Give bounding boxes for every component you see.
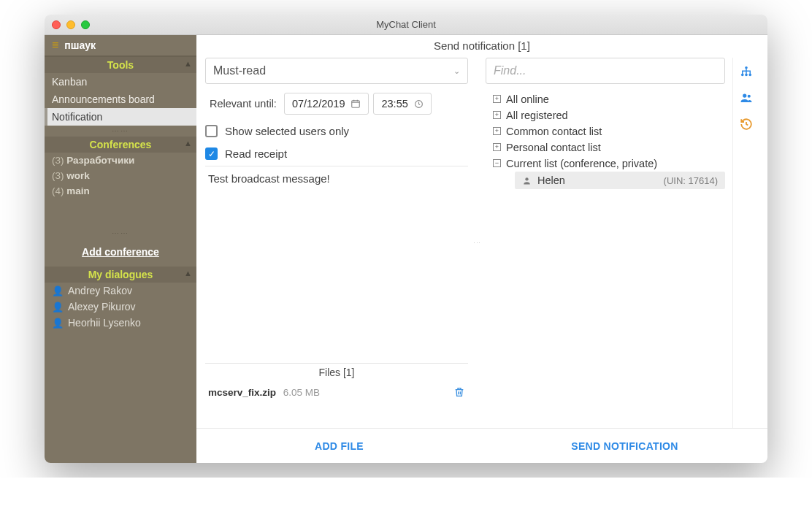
right-rail bbox=[732, 58, 759, 428]
file-name: mcserv_fix.zip bbox=[208, 387, 276, 398]
chevron-down-icon: ⌄ bbox=[453, 66, 460, 76]
delete-file-icon[interactable] bbox=[453, 386, 465, 399]
file-size: 6.05 MB bbox=[283, 387, 320, 398]
checkbox-checked-icon[interactable]: ✓ bbox=[205, 147, 218, 160]
person-icon bbox=[522, 176, 532, 185]
conference-item[interactable]: (4) main bbox=[45, 183, 196, 199]
expand-icon[interactable]: + bbox=[493, 95, 501, 103]
date-input[interactable]: 07/12/2019 bbox=[284, 93, 369, 115]
org-tree-icon[interactable] bbox=[740, 65, 753, 78]
priority-select[interactable]: Must-read ⌄ bbox=[205, 58, 468, 84]
clock-icon bbox=[414, 99, 424, 109]
svg-point-8 bbox=[747, 95, 750, 98]
chevron-up-icon: ▲ bbox=[184, 139, 192, 147]
tree-group[interactable]: + All registered bbox=[486, 107, 725, 123]
tree-group-expanded[interactable]: − Current list (conference, private) bbox=[486, 156, 725, 172]
expand-icon[interactable]: + bbox=[493, 127, 501, 135]
expand-icon[interactable]: + bbox=[493, 111, 501, 119]
message-textarea[interactable]: Test broadcast message! bbox=[205, 166, 468, 364]
svg-point-6 bbox=[748, 74, 751, 77]
tree-group[interactable]: + All online bbox=[486, 91, 725, 107]
svg-point-5 bbox=[745, 74, 748, 77]
sidebar-item-notification[interactable]: Notification bbox=[45, 108, 196, 126]
svg-point-4 bbox=[740, 74, 743, 77]
time-input[interactable]: 23:55 bbox=[373, 93, 431, 115]
dialogue-item[interactable]: 👤 Andrey Rakov bbox=[45, 283, 196, 299]
dialogue-item[interactable]: 👤 Alexey Pikurov bbox=[45, 299, 196, 315]
titlebar: MyChat Client bbox=[45, 15, 767, 35]
history-icon[interactable] bbox=[740, 118, 753, 131]
app-window: MyChat Client ≡ пшаук Tools ▲ Kanban Ann… bbox=[45, 15, 767, 463]
sidebar-item-announcements[interactable]: Announcements board bbox=[45, 91, 196, 108]
footer-actions: ADD FILE SEND NOTIFICATION bbox=[196, 428, 767, 463]
person-icon: 👤 bbox=[52, 302, 64, 313]
relevant-until-row: Relevant until: 07/12/2019 23:55 bbox=[205, 93, 468, 115]
expand-icon[interactable]: + bbox=[493, 143, 501, 151]
recipient-item[interactable]: Helen (UIN: 17614) bbox=[515, 172, 725, 189]
read-receipt-checkbox-row[interactable]: ✓ Read receipt bbox=[205, 147, 468, 160]
relevant-until-label: Relevant until: bbox=[210, 98, 277, 110]
compose-column: Must-read ⌄ Relevant until: 07/12/2019 bbox=[205, 58, 468, 428]
tree-group[interactable]: + Common contact list bbox=[486, 123, 725, 139]
window-title: MyChat Client bbox=[45, 19, 767, 30]
show-selected-checkbox-row[interactable]: Show selected users only bbox=[205, 125, 468, 137]
column-splitter[interactable]: ⋮ bbox=[475, 58, 478, 428]
current-user[interactable]: ≡ пшаук bbox=[45, 35, 196, 55]
attached-file-row: mcserv_fix.zip 6.05 MB bbox=[205, 386, 468, 399]
add-file-button[interactable]: ADD FILE bbox=[196, 440, 482, 452]
page-title: Send notification [1] bbox=[196, 35, 767, 58]
resize-grip[interactable]: ⋯⋯ bbox=[45, 126, 196, 137]
tree-group[interactable]: + Personal contact list bbox=[486, 139, 725, 156]
username-label: пшаук bbox=[64, 39, 96, 51]
send-notification-button[interactable]: SEND NOTIFICATION bbox=[482, 440, 767, 452]
recipients-column: Find... + All online + All registered + bbox=[486, 58, 725, 428]
chevron-up-icon: ▲ bbox=[184, 59, 192, 68]
menu-icon[interactable]: ≡ bbox=[52, 39, 58, 51]
collapse-icon[interactable]: − bbox=[493, 159, 501, 167]
svg-point-2 bbox=[525, 177, 528, 180]
chevron-up-icon: ▲ bbox=[184, 269, 192, 277]
section-conferences-header[interactable]: Conferences ▲ bbox=[45, 137, 196, 153]
person-icon: 👤 bbox=[52, 286, 64, 296]
sidebar: ≡ пшаук Tools ▲ Kanban Announcements boa… bbox=[45, 35, 196, 463]
conference-item[interactable]: (3) work bbox=[45, 168, 196, 183]
add-conference-link[interactable]: Add conference bbox=[45, 239, 196, 267]
person-icon: 👤 bbox=[52, 318, 64, 329]
sidebar-item-kanban[interactable]: Kanban bbox=[45, 73, 196, 91]
svg-point-3 bbox=[745, 66, 748, 69]
dialogue-item[interactable]: 👤 Heorhii Lysenko bbox=[45, 315, 196, 331]
recipients-tree: + All online + All registered + Common c… bbox=[486, 91, 725, 189]
recipient-uin: (UIN: 17614) bbox=[664, 175, 718, 186]
svg-point-7 bbox=[743, 93, 746, 97]
section-dialogues-header[interactable]: My dialogues ▲ bbox=[45, 267, 196, 283]
main-panel: Send notification [1] Must-read ⌄ Releva… bbox=[196, 35, 767, 463]
users-icon[interactable] bbox=[739, 91, 754, 104]
resize-grip[interactable]: ⋯⋯ bbox=[45, 228, 196, 239]
svg-rect-0 bbox=[352, 101, 360, 107]
calendar-icon bbox=[351, 99, 361, 109]
section-tools-header[interactable]: Tools ▲ bbox=[45, 57, 196, 73]
conference-item[interactable]: (3) Разработчики bbox=[45, 153, 196, 168]
checkbox-icon[interactable] bbox=[205, 125, 218, 137]
find-input[interactable]: Find... bbox=[486, 58, 725, 84]
files-header: Files [1] bbox=[205, 364, 468, 386]
